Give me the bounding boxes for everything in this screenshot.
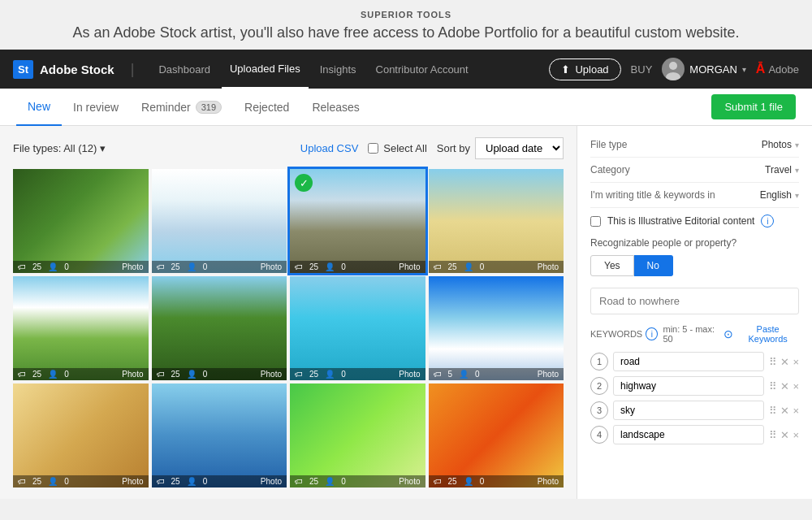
image-cell[interactable]: 🏷 25 👤 0 Photo (290, 384, 425, 488)
image-cell[interactable]: 🏷 25 👤 0 Photo (290, 276, 425, 380)
nav-uploaded-files[interactable]: Uploaded Files (222, 50, 309, 89)
image-label: 🏷 25 👤 0 Photo (152, 475, 287, 488)
image-label: 🏷 25 👤 0 Photo (429, 475, 564, 488)
category-value[interactable]: Travel ▾ (765, 164, 799, 176)
image-cell[interactable]: 🏷 25 👤 0 Photo (13, 384, 149, 488)
image-label: 🏷 25 👤 0 Photo (290, 368, 425, 380)
people-icon: 👤 (48, 262, 58, 271)
keyword-input-3[interactable] (613, 401, 764, 420)
tag-icon: 🏷 (434, 477, 442, 486)
file-types-filter[interactable]: File types: All (12) ▾ (13, 142, 106, 154)
logo-box: St (13, 60, 33, 79)
title-input[interactable] (590, 288, 799, 314)
delete-icon[interactable]: × (793, 405, 799, 417)
image-cell[interactable]: 🏷 25 👤 0 Photo (429, 169, 564, 273)
content-area: File types: All (12) ▾ Upload CSV Select… (0, 126, 812, 499)
tab-reminder[interactable]: Reminder 319 (130, 89, 233, 126)
image-cell[interactable]: 🏷 25 👤 0 Photo (429, 384, 564, 488)
paste-icon: ⊙ (723, 327, 733, 340)
tab-in-review[interactable]: In review (62, 89, 130, 126)
site-title: SUPERIOR TOOLS (16, 10, 796, 20)
tab-releases[interactable]: Releases (300, 89, 370, 126)
adobe-icon: Ā (756, 62, 766, 76)
edit-icon[interactable]: ✕ (780, 356, 789, 368)
upload-csv-link[interactable]: Upload CSV (300, 142, 359, 154)
people-icon: 👤 (187, 370, 197, 379)
tag-icon: 🏷 (18, 477, 26, 486)
nav-contributor-account[interactable]: Contributor Account (368, 50, 477, 89)
info-icon[interactable]: i (761, 214, 774, 228)
header: St Adobe Stock | Dashboard Uploaded File… (0, 50, 812, 89)
chevron-down-icon: ▾ (795, 141, 799, 150)
chevron-down-icon: ▾ (100, 142, 106, 154)
keywords-header: KEYWORDS i min: 5 - max: 50 ⊙ Paste Keyw… (590, 324, 799, 344)
header-nav: Dashboard Uploaded Files Insights Contri… (150, 50, 476, 89)
keyword-row-1: 1 ⠿ ✕ × (590, 352, 799, 371)
file-type-value[interactable]: Photos ▾ (762, 139, 799, 150)
sort-select[interactable]: Upload date (475, 137, 564, 159)
keyword-actions: ⠿ ✕ × (769, 380, 799, 392)
image-cell[interactable]: 🏷 25 👤 0 Photo (152, 169, 287, 273)
move-icon[interactable]: ⠿ (769, 380, 777, 392)
nav-dashboard[interactable]: Dashboard (150, 50, 218, 89)
tag-icon: 🏷 (295, 370, 303, 379)
image-label: 🏷 5 👤 0 Photo (429, 368, 564, 380)
submit-button[interactable]: Submit 1 file (711, 94, 796, 119)
upload-button[interactable]: ⬆ Upload (549, 58, 620, 80)
chevron-down-icon: ▾ (742, 65, 746, 74)
tag-icon: 🏷 (157, 370, 165, 379)
edit-icon[interactable]: ✕ (780, 380, 789, 392)
tag-icon: 🏷 (295, 262, 303, 271)
header-divider: | (131, 61, 135, 78)
move-icon[interactable]: ⠿ (769, 429, 777, 441)
brand-name: Adobe Stock (40, 63, 114, 76)
edit-icon[interactable]: ✕ (780, 429, 789, 441)
paste-keywords-button[interactable]: ⊙ Paste Keywords (723, 324, 799, 344)
no-button[interactable]: No (634, 255, 673, 276)
keyword-input-1[interactable] (613, 352, 764, 371)
category-label: Category (590, 164, 630, 176)
keyword-row-3: 3 ⠿ ✕ × (590, 401, 799, 420)
tabs-row: New In review Reminder 319 Rejected Rele… (0, 89, 812, 126)
tag-icon: 🏷 (295, 477, 303, 486)
language-value[interactable]: English ▾ (760, 189, 799, 201)
keyword-actions: ⠿ ✕ × (769, 429, 799, 441)
edit-icon[interactable]: ✕ (780, 405, 789, 417)
people-icon: 👤 (464, 262, 473, 271)
delete-icon[interactable]: × (793, 380, 799, 392)
move-icon[interactable]: ⠿ (769, 405, 777, 417)
people-icon: 👤 (187, 262, 197, 271)
keywords-info-icon[interactable]: i (646, 327, 658, 340)
tag-icon: 🏷 (157, 477, 165, 486)
people-icon: 👤 (459, 370, 469, 379)
nav-insights[interactable]: Insights (312, 50, 365, 89)
image-cell[interactable]: 🏷 5 👤 0 Photo (429, 276, 564, 380)
keyword-input-2[interactable] (613, 376, 764, 396)
image-cell[interactable]: 🏷 25 👤 0 Photo (13, 276, 149, 380)
tab-new[interactable]: New (16, 89, 62, 126)
image-label: 🏷 25 👤 0 Photo (152, 261, 287, 273)
tag-icon: 🏷 (434, 262, 442, 271)
language-row: I'm writing title & keywords in English … (590, 189, 799, 208)
image-cell[interactable]: 🏷 25 👤 0 Photo (152, 384, 287, 488)
image-cell-selected[interactable]: ✓ 🏷 25 👤 0 Photo (290, 169, 425, 273)
sort-area: Sort by Upload date (437, 137, 564, 159)
tag-icon: 🏷 (18, 262, 26, 271)
image-label: 🏷 25 👤 0 Photo (290, 475, 425, 488)
buy-link[interactable]: BUY (631, 63, 653, 76)
people-icon: 👤 (325, 370, 335, 379)
user-area[interactable]: MORGAN ▾ (662, 58, 746, 80)
filter-row: File types: All (12) ▾ Upload CSV Select… (13, 137, 564, 159)
yes-no-row: Yes No (590, 255, 799, 276)
illustrative-checkbox[interactable] (590, 216, 601, 227)
tab-rejected[interactable]: Rejected (233, 89, 300, 126)
delete-icon[interactable]: × (793, 429, 799, 441)
yes-button[interactable]: Yes (590, 255, 634, 276)
keywords-hint: min: 5 - max: 50 (663, 324, 723, 344)
select-all-checkbox[interactable] (368, 143, 378, 154)
image-cell[interactable]: 🏷 25 👤 0 Photo (152, 276, 287, 380)
keyword-input-4[interactable] (613, 425, 764, 444)
delete-icon[interactable]: × (793, 356, 799, 368)
image-cell[interactable]: 🏷 25 👤 0 Photo (13, 169, 149, 273)
move-icon[interactable]: ⠿ (769, 356, 777, 368)
